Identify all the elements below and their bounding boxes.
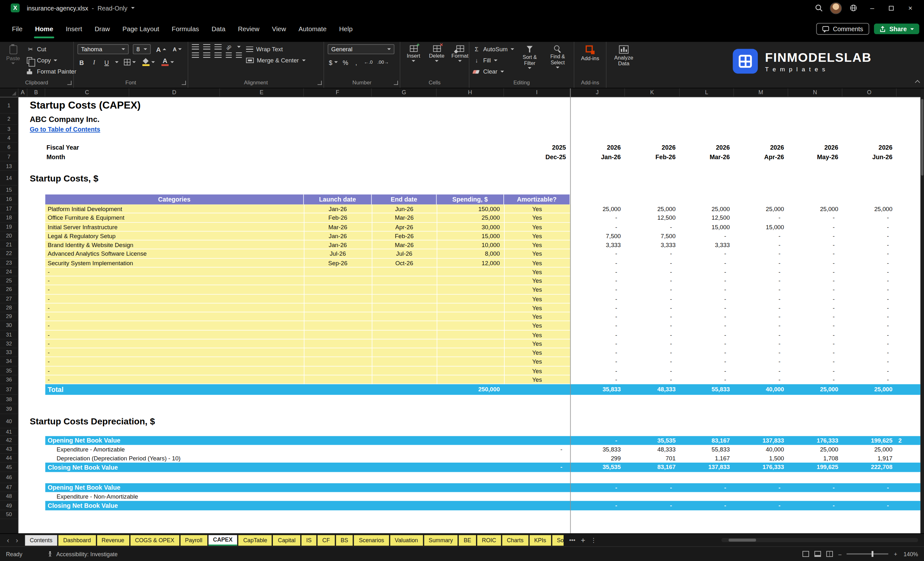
- fiscal-year-dec[interactable]: 2025: [504, 142, 566, 152]
- amortizable-cell[interactable]: Yes: [504, 231, 570, 240]
- month-amount-cell[interactable]: 25,000: [625, 204, 676, 213]
- month-amount-cell[interactable]: -: [843, 339, 889, 348]
- dep-month-value[interactable]: -: [570, 483, 617, 492]
- avatar[interactable]: [830, 2, 842, 14]
- month-amount-cell[interactable]: 15,000: [680, 222, 730, 231]
- month-amount-cell[interactable]: -: [680, 330, 726, 339]
- month-amount-cell[interactable]: -: [680, 303, 726, 312]
- month-amount-cell[interactable]: -: [625, 321, 672, 330]
- column-header-K[interactable]: K: [625, 88, 680, 97]
- total-month-value[interactable]: 25,000: [843, 384, 892, 395]
- wrap-text-button[interactable]: Wrap Text: [246, 45, 305, 54]
- horizontal-scrollbar-thumb[interactable]: [729, 539, 756, 542]
- month-amount-cell[interactable]: -: [734, 294, 780, 303]
- sheet-tab-kpis[interactable]: KPIs: [530, 535, 551, 545]
- month-amount-cell[interactable]: -: [843, 357, 889, 366]
- dep-month-value[interactable]: -: [734, 483, 780, 492]
- underline-button[interactable]: U: [102, 57, 111, 67]
- row-header-4[interactable]: 4: [0, 134, 18, 142]
- month-amount-cell[interactable]: -: [788, 330, 834, 339]
- fiscal-year-value[interactable]: 2026: [570, 142, 621, 152]
- cut-button[interactable]: ✂Cut: [27, 45, 76, 54]
- month-amount-cell[interactable]: -: [570, 366, 617, 375]
- nbv-label[interactable]: Closing Net Book Value: [48, 463, 238, 472]
- row-header-32[interactable]: 32: [0, 339, 18, 348]
- amortizable-cell[interactable]: Yes: [504, 375, 570, 384]
- month-amount-cell[interactable]: 3,333: [680, 240, 730, 249]
- company-name[interactable]: ABC Company Inc.: [30, 114, 280, 125]
- month-amount-cell[interactable]: -: [570, 375, 617, 384]
- accessibility-status[interactable]: Accessibility: Investigate: [48, 551, 118, 557]
- month-amount-cell[interactable]: -: [734, 249, 780, 258]
- percent-style-button[interactable]: %: [341, 57, 350, 67]
- month-amount-cell[interactable]: -: [680, 231, 726, 240]
- amortizable-cell[interactable]: Yes: [504, 249, 570, 258]
- spending-cell[interactable]: 25,000: [437, 213, 500, 222]
- read-only-badge[interactable]: Read-Only: [98, 4, 128, 12]
- delete-cells-button[interactable]: Delete: [427, 44, 446, 63]
- month-amount-cell[interactable]: -: [680, 267, 726, 276]
- horizontal-scrollbar[interactable]: [722, 538, 918, 542]
- dep-month-value[interactable]: -: [843, 483, 889, 492]
- increase-decimal-button[interactable]: ←.0: [363, 57, 374, 67]
- month-amount-cell[interactable]: -: [734, 348, 780, 357]
- sheet-tab-so[interactable]: So: [552, 535, 564, 545]
- dep-month-value[interactable]: 1,708: [788, 454, 838, 463]
- month-amount-cell[interactable]: -: [788, 276, 834, 285]
- launch-date-cell[interactable]: Jul-26: [304, 249, 372, 258]
- fiscal-year-value[interactable]: 2026: [734, 142, 784, 152]
- dep-month-value[interactable]: 137,833: [734, 436, 784, 445]
- sheet-tab-payroll[interactable]: Payroll: [180, 535, 207, 545]
- month-label[interactable]: Month: [46, 152, 178, 162]
- search-icon[interactable]: [811, 0, 826, 16]
- month-amount-cell[interactable]: -: [788, 213, 834, 222]
- row-header-49[interactable]: 49: [0, 501, 18, 510]
- month-amount-cell[interactable]: -: [843, 231, 889, 240]
- chevron-down-icon[interactable]: [131, 7, 134, 9]
- dep-month-value[interactable]: 222,708: [843, 463, 892, 472]
- column-header-N[interactable]: N: [788, 88, 842, 97]
- row-header-15[interactable]: 15: [0, 186, 18, 195]
- month-amount-cell[interactable]: 3,333: [570, 240, 621, 249]
- month-amount-cell[interactable]: 15,000: [734, 222, 784, 231]
- month-amount-cell[interactable]: -: [843, 258, 889, 267]
- launch-date-cell[interactable]: Sep-26: [304, 258, 372, 267]
- copy-button[interactable]: Copy: [27, 56, 76, 65]
- amortizable-cell[interactable]: Yes: [504, 213, 570, 222]
- row-header-47[interactable]: 47: [0, 483, 18, 492]
- amortizable-cell[interactable]: Yes: [504, 294, 570, 303]
- row-header-36[interactable]: 36: [0, 375, 18, 384]
- month-amount-cell[interactable]: -: [625, 330, 672, 339]
- table-header-spending[interactable]: Spending, $: [437, 195, 504, 204]
- month-value[interactable]: Apr-26: [734, 152, 784, 162]
- spending-cell[interactable]: 30,000: [437, 222, 500, 231]
- align-right-icon[interactable]: [214, 52, 222, 58]
- month-amount-cell[interactable]: -: [570, 330, 617, 339]
- column-header-M[interactable]: M: [734, 88, 788, 97]
- fiscal-year-label[interactable]: Fiscal Year: [46, 142, 178, 152]
- sheet-tab-capex[interactable]: CAPEX: [208, 535, 237, 545]
- month-amount-cell[interactable]: -: [680, 357, 726, 366]
- amortizable-cell[interactable]: Yes: [504, 240, 570, 249]
- spending-cell[interactable]: 12,000: [437, 258, 500, 267]
- amortizable-cell[interactable]: Yes: [504, 357, 570, 366]
- dep-dec-value[interactable]: -: [504, 463, 562, 472]
- dep-month-value[interactable]: 199,625: [843, 436, 892, 445]
- sheet-tab-contents[interactable]: Contents: [25, 535, 57, 545]
- month-amount-cell[interactable]: -: [734, 339, 780, 348]
- column-header-A[interactable]: A: [18, 88, 27, 97]
- row-header-40[interactable]: 40: [0, 414, 18, 428]
- section-title-depreciation[interactable]: Startup Costs Depreciation, $: [30, 414, 340, 428]
- row-header-19[interactable]: 19: [0, 222, 18, 231]
- dep-month-value[interactable]: -: [680, 501, 726, 510]
- month-amount-cell[interactable]: -: [680, 339, 726, 348]
- month-amount-cell[interactable]: -: [625, 276, 672, 285]
- dep-month-value[interactable]: -: [843, 501, 889, 510]
- sheet-tab-charts[interactable]: Charts: [502, 535, 528, 545]
- row-header-14[interactable]: 14: [0, 171, 18, 186]
- month-amount-cell[interactable]: -: [734, 231, 780, 240]
- orientation-icon[interactable]: ab: [225, 42, 234, 51]
- month-amount-cell[interactable]: -: [843, 249, 889, 258]
- dep-month-value[interactable]: 40,000: [734, 445, 784, 454]
- table-header-amortizable[interactable]: Amortizable?: [504, 195, 570, 204]
